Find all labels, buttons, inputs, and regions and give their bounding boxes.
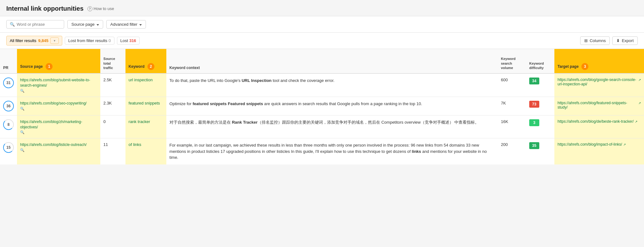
source-page-link[interactable]: https://ahrefs.com/blog/seo-copywriting/ <box>20 101 97 106</box>
pr-cell: 8 <box>0 115 17 138</box>
lost-button[interactable]: Lost 316 <box>117 37 140 45</box>
kw-volume-cell: 16K <box>498 115 526 138</box>
external-link-icon: ↗ <box>638 101 641 105</box>
advanced-filter-button[interactable]: Advanced filter <box>106 20 146 29</box>
keyword-context-text: For example, in our last campaign, we ac… <box>169 143 487 160</box>
source-page-link[interactable]: https://ahrefs.com/blog/zh/marketing-obj… <box>20 119 97 130</box>
search-icon[interactable]: 🔍 <box>20 148 25 152</box>
export-icon: ⬇ <box>616 38 620 43</box>
kw-difficulty-cell: 35 <box>526 138 554 164</box>
search-icon[interactable]: 🔍 <box>20 107 25 110</box>
pr-value: 36 <box>3 101 14 111</box>
kw-volume-value: 600 <box>501 78 508 82</box>
lost-count: 316 <box>129 38 136 43</box>
col-header-source-traffic: Source total traffic <box>100 49 125 73</box>
columns-label: Columns <box>590 38 606 43</box>
search-input[interactable] <box>17 22 61 27</box>
keyword-context-text: 对于自然搜索，最简单的方法是在 Rank Tracker（排名监控）跟踪你的主要… <box>169 120 479 125</box>
kw-difficulty-badge: 35 <box>529 142 539 149</box>
pr-value: 8 <box>3 119 14 130</box>
page-title: Internal link opportunities <box>6 5 84 12</box>
pr-cell: 31 <box>0 73 17 97</box>
source-traffic-cell: 2.3K <box>100 97 125 115</box>
badge-1: 1 <box>46 63 53 70</box>
pr-cell: 36 <box>0 97 17 115</box>
kw-volume-cell: 200 <box>498 138 526 164</box>
kw-difficulty-cell: 3 <box>526 115 554 138</box>
keyword-context-text: To do that, paste the URL into Google's … <box>169 78 335 83</box>
kw-volume-cell: 7K <box>498 97 526 115</box>
target-page-cell: https://ahrefs.com/blog/de/beste-rank-tr… <box>554 115 644 138</box>
traffic-value: 2.5K <box>103 78 112 82</box>
badge-3: 3 <box>581 63 588 70</box>
kw-difficulty-cell: 34 <box>526 73 554 97</box>
filter-bar: 🔍 Source page Advanced filter <box>0 16 644 33</box>
page-header: Internal link opportunities ? How to use <box>0 0 644 16</box>
col-header-kw-difficulty: Keyword difficulty <box>526 49 554 73</box>
col-header-target-page: Target page 3 <box>554 49 644 73</box>
keyword-cell: featured snippets <box>125 97 166 115</box>
source-traffic-cell: 2.5K <box>100 73 125 97</box>
keyword-context-cell: 对于自然搜索，最简单的方法是在 Rank Tracker（排名监控）跟踪你的主要… <box>166 115 498 138</box>
question-icon: ? <box>87 6 92 11</box>
col-header-keyword-context: Keyword context <box>166 49 498 73</box>
columns-button[interactable]: ⊞ Columns <box>580 36 610 45</box>
advanced-filter-label: Advanced filter <box>110 22 137 27</box>
keyword-context-cell: Optimize for featured snippets Featured … <box>166 97 498 115</box>
all-filter-chevron-icon: ▾ <box>50 37 59 44</box>
keyword-context-cell: To do that, paste the URL into Google's … <box>166 73 498 97</box>
target-page-link[interactable]: https://ahrefs.com/blog/de/beste-rank-tr… <box>558 119 641 124</box>
keyword-link[interactable]: rank tracker <box>129 119 150 124</box>
search-icon[interactable]: 🔍 <box>20 89 25 93</box>
table-row: 15https://ahrefs.com/blog/listicle-outre… <box>0 138 644 164</box>
results-table: PR Source page 1 Source total traffic Ke… <box>0 49 644 164</box>
target-page-link[interactable]: https://ahrefs.com/blog/impact-of-links/… <box>558 142 641 147</box>
export-label: Export <box>622 38 634 43</box>
main-table-wrapper: PR Source page 1 Source total traffic Ke… <box>0 49 644 164</box>
export-button[interactable]: ⬇ Export <box>612 36 638 45</box>
col-header-keyword: Keyword 2 <box>125 49 166 73</box>
pr-value: 31 <box>3 78 14 88</box>
source-page-link[interactable]: https://ahrefs.com/blog/listicle-outreac… <box>20 142 97 148</box>
keyword-link[interactable]: url inspection <box>129 78 153 82</box>
external-link-icon: ↗ <box>623 143 626 146</box>
traffic-value: 0 <box>103 119 106 124</box>
search-box[interactable]: 🔍 <box>6 20 64 29</box>
all-filter-count: 9,845 <box>38 38 49 43</box>
kw-volume-value: 16K <box>501 119 508 124</box>
traffic-value: 11 <box>103 142 108 147</box>
keyword-cell: rank tracker <box>125 115 166 138</box>
kw-volume-cell: 600 <box>498 73 526 97</box>
target-page-cell: https://ahrefs.com/blog/featured-snippet… <box>554 97 644 115</box>
all-filter-results-button[interactable]: All filter results 9,845 ▾ <box>6 36 62 46</box>
lost-from-filter-button[interactable]: Lost from filter results 0 <box>65 37 114 45</box>
source-traffic-cell: 11 <box>100 138 125 164</box>
lost-from-filter-count: 0 <box>108 38 111 43</box>
source-page-dropdown[interactable]: Source page <box>67 20 103 29</box>
col-header-pr: PR <box>0 49 17 73</box>
results-bar: All filter results 9,845 ▾ Lost from fil… <box>0 33 644 49</box>
lost-from-filter-label: Lost from filter results <box>68 38 107 43</box>
kw-difficulty-badge: 73 <box>529 101 539 108</box>
how-to-use-label: How to use <box>94 6 114 11</box>
lost-label: Lost <box>120 38 128 43</box>
keyword-link[interactable]: featured snippets <box>129 101 160 105</box>
source-page-link[interactable]: https://ahrefs.com/blog/submit-website-t… <box>20 78 97 88</box>
search-icon[interactable]: 🔍 <box>20 130 25 134</box>
table-row: 8https://ahrefs.com/blog/zh/marketing-ob… <box>0 115 644 138</box>
source-traffic-cell: 0 <box>100 115 125 138</box>
col-header-source-page: Source page 1 <box>17 49 100 73</box>
how-to-use-link[interactable]: ? How to use <box>87 6 114 11</box>
pr-value: 15 <box>3 142 14 153</box>
keyword-link[interactable]: of links <box>129 142 141 147</box>
keyword-cell: url inspection <box>125 73 166 97</box>
target-page-link[interactable]: https://ahrefs.com/blog/google-search-co… <box>558 78 641 86</box>
all-filter-label: All filter results <box>10 38 36 43</box>
keyword-context-text: Optimize for featured snippets Featured … <box>169 101 422 106</box>
chevron-down-icon <box>139 22 142 27</box>
target-page-link[interactable]: https://ahrefs.com/blog/featured-snippet… <box>558 101 641 110</box>
keyword-cell: of links <box>125 138 166 164</box>
external-link-icon: ↗ <box>638 78 641 82</box>
target-page-cell: https://ahrefs.com/blog/google-search-co… <box>554 73 644 97</box>
source-page-cell: https://ahrefs.com/blog/listicle-outreac… <box>17 138 100 164</box>
